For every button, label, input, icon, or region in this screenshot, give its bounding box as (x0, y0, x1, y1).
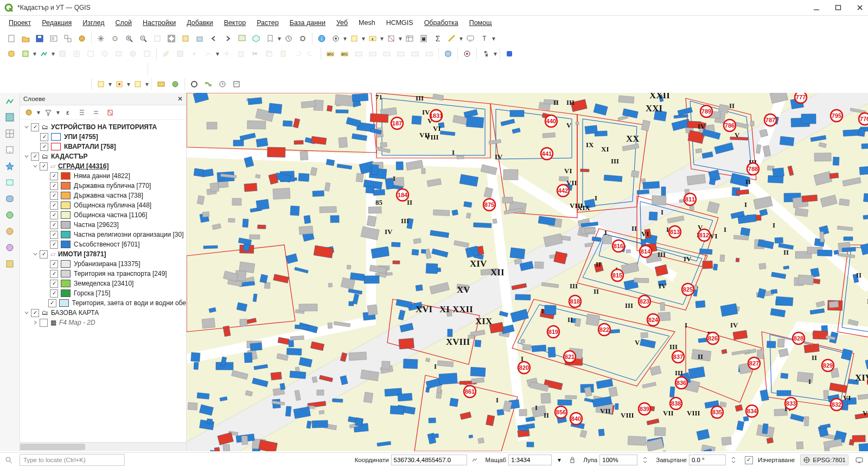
adv-dig-7-icon[interactable] (236, 63, 248, 75)
adv-dig-12-icon[interactable] (307, 63, 318, 75)
new-print-layout-icon[interactable] (48, 33, 60, 45)
sel-tool-1-icon[interactable] (95, 78, 107, 90)
caret-right-icon[interactable] (32, 319, 39, 326)
add-raster-icon[interactable] (56, 48, 68, 60)
snap-5-icon[interactable] (62, 63, 74, 75)
visibility-checkbox[interactable] (50, 201, 58, 210)
dropdown-icon[interactable]: ▾ (343, 33, 347, 45)
menu-mesh[interactable]: Mesh (353, 17, 381, 28)
mesh-1-icon[interactable] (5, 78, 17, 90)
visibility-checkbox[interactable] (31, 153, 39, 161)
menu-hcmgis[interactable]: HCMGIS (381, 17, 419, 28)
label-tool-1-icon[interactable]: abc (324, 48, 336, 60)
legend-item[interactable]: Частна религиозни организации [30] (21, 230, 186, 239)
open-data-source-icon[interactable] (5, 48, 17, 60)
snap-4-icon[interactable] (48, 63, 60, 75)
model-icon[interactable] (202, 78, 214, 90)
georeference-icon[interactable] (461, 48, 473, 60)
layers-panel-header[interactable]: Слоеве ✕ (20, 93, 186, 105)
text-annotation-icon[interactable]: T (478, 33, 490, 45)
layer-tree[interactable]: 🗂 УСТРОЙСТВО НА ТЕРИТОРИЯТА УПИ [4755] К… (20, 120, 186, 442)
add-spatialite-icon[interactable] (99, 48, 111, 60)
redo-icon[interactable] (305, 48, 317, 60)
caret-down-icon[interactable] (32, 251, 39, 257)
label-tool-2-icon[interactable]: abc (339, 48, 350, 60)
caret-down-icon[interactable] (23, 310, 30, 316)
add-wms-icon[interactable] (127, 48, 139, 60)
visibility-checkbox[interactable] (31, 309, 39, 317)
dropdown-icon[interactable]: ▾ (215, 48, 220, 60)
dropdown-icon[interactable]: ▾ (277, 33, 282, 45)
spinner-icon[interactable] (728, 455, 739, 465)
pan-icon[interactable] (95, 33, 107, 45)
legend-item[interactable]: Общинска частна [1106] (21, 210, 186, 220)
zoom-out-icon[interactable] (137, 33, 149, 45)
delete-feature-icon[interactable] (235, 48, 247, 60)
adv-dig-11-icon[interactable] (292, 63, 304, 75)
dropdown-icon[interactable]: ▾ (36, 106, 41, 118)
visibility-checkbox[interactable] (50, 241, 58, 249)
zoom-next-icon[interactable] (222, 33, 234, 45)
snap-1-icon[interactable] (5, 63, 17, 75)
temporal-icon[interactable] (283, 33, 295, 45)
visibility-checkbox[interactable] (50, 280, 58, 288)
dropdown-icon[interactable]: ▾ (56, 106, 60, 118)
visibility-checkbox[interactable] (50, 182, 58, 190)
snap-2-icon[interactable] (20, 63, 31, 75)
dropdown-icon[interactable]: ▾ (361, 33, 366, 45)
visibility-checkbox[interactable] (48, 299, 56, 307)
visibility-checkbox[interactable] (50, 211, 58, 219)
adv-dig-15-icon[interactable] (349, 63, 361, 75)
zoom-layer-icon[interactable] (194, 33, 206, 45)
visibility-checkbox[interactable] (40, 250, 48, 258)
menu-settings[interactable]: Настройки (137, 17, 181, 28)
proc-1-icon[interactable] (155, 78, 167, 90)
spinner-icon[interactable] (640, 455, 650, 465)
field-calc-icon[interactable]: 🖩 (418, 33, 430, 45)
visibility-checkbox[interactable] (50, 270, 58, 278)
mesh-2-icon[interactable] (20, 78, 31, 90)
mesh-6-icon[interactable] (76, 78, 88, 90)
mesh-5-icon[interactable] (62, 78, 74, 90)
expand-all-icon[interactable] (76, 106, 88, 118)
history-icon[interactable] (216, 78, 228, 90)
maptips-icon[interactable] (464, 33, 476, 45)
legend-item[interactable]: Територия на транспорта [249] (21, 269, 186, 279)
adv-dig-24-icon[interactable] (476, 63, 488, 75)
adv-dig-3-icon[interactable] (180, 63, 192, 75)
new-bookmark-icon[interactable] (264, 33, 276, 45)
label-tool-5-icon[interactable] (381, 48, 393, 60)
adv-dig-14-icon[interactable] (335, 63, 347, 75)
render-checkbox[interactable] (745, 456, 753, 464)
menu-edit[interactable]: Редакция (36, 17, 77, 28)
style-preset-icon[interactable] (23, 106, 35, 118)
adv-dig-18-icon[interactable] (391, 63, 403, 75)
visibility-checkbox[interactable] (31, 123, 39, 131)
layer-group[interactable]: 🗂 БАЗОВА КАРТА (21, 308, 186, 318)
adv-dig-6-icon[interactable] (222, 63, 234, 75)
visibility-checkbox[interactable] (50, 172, 58, 180)
db-manager-icon[interactable] (442, 48, 454, 60)
dropdown-icon[interactable]: ▾ (126, 78, 131, 90)
menu-help[interactable]: Помощ (464, 17, 497, 28)
adv-dig-21-icon[interactable] (433, 63, 445, 75)
add-vector-layer-icon[interactable] (4, 95, 16, 107)
select-value-icon[interactable]: ε (367, 33, 379, 45)
undo-icon[interactable] (291, 48, 303, 60)
rotation-input[interactable] (689, 455, 726, 465)
add-spatialite-layer-icon[interactable] (4, 160, 16, 172)
label-tool-4-icon[interactable] (367, 48, 379, 60)
legend-item[interactable]: Общинска публична [448] (21, 200, 186, 210)
dropdown-icon[interactable]: ▾ (459, 33, 463, 45)
map-canvas[interactable]: XXXXIXXIIXIVXIIXVXVIXIXXIIXVIIIXIXXXVXII… (187, 93, 868, 451)
style-manager-icon[interactable] (76, 33, 88, 45)
close-button[interactable] (856, 4, 864, 11)
add-delimited-icon[interactable] (85, 48, 97, 60)
zoom-native-icon[interactable] (151, 33, 163, 45)
add-xyz-icon[interactable] (141, 48, 153, 60)
adv-dig-4-icon[interactable] (194, 63, 206, 75)
deselect-icon[interactable] (385, 33, 397, 45)
dropdown-icon[interactable]: ▾ (493, 48, 497, 60)
add-delimited-layer-icon[interactable]: , (4, 144, 16, 156)
snap-7-icon[interactable] (90, 63, 102, 75)
